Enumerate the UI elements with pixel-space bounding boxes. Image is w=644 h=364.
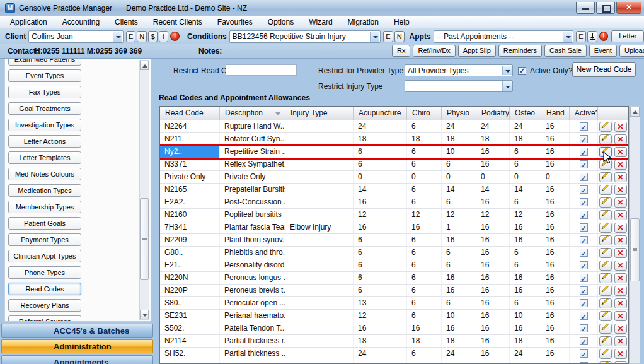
sidebar-item-letter-templates[interactable]: Letter Templates bbox=[8, 151, 81, 164]
menu-item-favourites[interactable]: Favourites bbox=[210, 16, 260, 28]
menu-item-migration[interactable]: Migration bbox=[340, 16, 386, 28]
active-checkbox[interactable] bbox=[580, 337, 588, 345]
delete-button[interactable]: ✕ bbox=[614, 134, 627, 144]
active-checkbox[interactable] bbox=[580, 160, 588, 168]
table-row-n220p[interactable]: N220PPeroneus brevis t...6616161616✕ bbox=[160, 285, 628, 297]
accordion-administration[interactable]: Administration bbox=[1, 339, 153, 353]
download-icon[interactable] bbox=[587, 31, 597, 42]
menu-item-clients[interactable]: Clients bbox=[107, 16, 146, 28]
appts-combobox[interactable]: -- Past Appointments -- bbox=[434, 30, 574, 43]
edit-button[interactable] bbox=[599, 324, 612, 334]
delete-button[interactable]: ✕ bbox=[614, 223, 627, 233]
menu-item-recent-clients[interactable]: Recent Clients bbox=[146, 16, 210, 28]
table-row-n2114[interactable]: N2114Partial thickness r...181818161816✕ bbox=[160, 335, 628, 348]
active-checkbox[interactable] bbox=[580, 185, 588, 194]
sidebar-item-medication-types[interactable]: Medication Types bbox=[8, 184, 81, 197]
warning-icon[interactable]: ! bbox=[599, 32, 609, 41]
sidebar-scrollbar[interactable] bbox=[139, 60, 149, 320]
client-button-n[interactable]: N bbox=[137, 31, 147, 42]
edit-button[interactable] bbox=[599, 286, 612, 296]
edit-button[interactable] bbox=[599, 172, 612, 182]
delete-button[interactable]: ✕ bbox=[614, 210, 627, 220]
restrict-read-code-input[interactable] bbox=[226, 64, 297, 76]
action-button-reminders[interactable]: Reminders bbox=[498, 45, 542, 57]
table-row-n2165[interactable]: N2165Prepatellar Bursitis14614141416✕ bbox=[160, 184, 628, 196]
close-button[interactable] bbox=[616, 2, 641, 14]
table-row-n2209[interactable]: N2209Plant thorn synov...6616161616✕ bbox=[160, 234, 628, 247]
menu-item-wizard[interactable]: Wizard bbox=[301, 16, 340, 28]
column-header-description[interactable]: Description bbox=[220, 107, 285, 120]
table-row-n2264[interactable]: N2264Rupture Hand W...24624242416✕ bbox=[160, 120, 628, 133]
edit-button[interactable] bbox=[599, 261, 612, 271]
active-only-checkbox[interactable] bbox=[518, 67, 526, 75]
sidebar-item-referral-sources[interactable]: Referral Sources bbox=[8, 315, 81, 322]
delete-button[interactable]: ✕ bbox=[614, 261, 627, 271]
new-read-code-button[interactable]: New Read Code bbox=[572, 62, 636, 77]
delete-button[interactable]: ✕ bbox=[614, 286, 627, 296]
action-button-ref-inv-dx[interactable]: Ref/Inv/Dx bbox=[413, 45, 455, 57]
active-checkbox[interactable] bbox=[580, 261, 588, 269]
active-checkbox[interactable] bbox=[580, 236, 588, 244]
action-button-appt-slip[interactable]: Appt Slip bbox=[458, 45, 496, 57]
edit-button[interactable] bbox=[599, 122, 612, 132]
menu-item-options[interactable]: Options bbox=[260, 16, 301, 28]
table-row-sh52[interactable]: SH52.Partial thickness ...24624162416✕ bbox=[160, 348, 628, 360]
table-scrollbar[interactable] bbox=[630, 106, 640, 364]
provider-type-combobox[interactable]: All Provider Types bbox=[405, 64, 513, 76]
table-row-g80[interactable]: G80..Phlebitis and thro...66616616✕ bbox=[160, 247, 628, 259]
edit-button[interactable] bbox=[599, 185, 612, 195]
edit-button[interactable] bbox=[599, 361, 612, 364]
sidebar-scrollbar-thumb[interactable] bbox=[140, 198, 149, 280]
active-checkbox[interactable] bbox=[580, 223, 588, 232]
edit-button[interactable] bbox=[599, 336, 612, 346]
conditions-button-n[interactable]: N bbox=[394, 31, 405, 42]
sidebar-item-goal-treatments[interactable]: Goal Treatments bbox=[8, 102, 81, 115]
client-button-[interactable]: $ bbox=[148, 31, 158, 42]
client-button-i[interactable]: i bbox=[159, 31, 168, 42]
column-header-active[interactable]: Active? bbox=[570, 107, 598, 120]
edit-button[interactable] bbox=[599, 248, 612, 258]
menu-item-application[interactable]: Application bbox=[3, 16, 55, 28]
sidebar-item-membership-types[interactable]: Membership Types bbox=[8, 201, 81, 213]
active-checkbox[interactable] bbox=[580, 274, 588, 282]
delete-button[interactable]: ✕ bbox=[614, 172, 627, 182]
edit-button[interactable] bbox=[599, 298, 612, 308]
column-header-injury-type[interactable]: Injury Type bbox=[285, 107, 354, 120]
edit-button[interactable] bbox=[599, 311, 612, 321]
scroll-up-icon[interactable] bbox=[140, 61, 149, 70]
column-header-physio[interactable]: Physio bbox=[442, 107, 476, 120]
table-row-7h341[interactable]: 7H341Plantar fascia TearElbow Injury1616… bbox=[160, 221, 628, 234]
column-header-chiro[interactable]: Chiro bbox=[407, 107, 442, 120]
table-row-n3371[interactable]: N3371Reflex Sympathet...66616616✕ bbox=[160, 158, 628, 171]
delete-button[interactable]: ✕ bbox=[614, 235, 627, 245]
sidebar-item-patient-goals[interactable]: Patient Goals bbox=[8, 217, 81, 230]
scroll-up-icon[interactable] bbox=[630, 107, 640, 117]
active-checkbox[interactable] bbox=[580, 122, 588, 131]
column-header-podiatry[interactable]: Podiatry bbox=[476, 107, 510, 120]
edit-button[interactable] bbox=[599, 197, 612, 208]
action-button-cash-sale[interactable]: Cash Sale bbox=[544, 45, 587, 57]
client-button-e[interactable]: E bbox=[126, 31, 135, 42]
accordion-appointments[interactable]: Appointments bbox=[1, 355, 153, 364]
delete-button[interactable]: ✕ bbox=[614, 185, 627, 195]
table-row-s502[interactable]: S502.Patella Tendon T...161616161616✕ bbox=[160, 322, 628, 335]
menu-item-help[interactable]: Help bbox=[386, 16, 417, 28]
table-row-se231[interactable]: SE231Perianal haemato...12610161016✕ bbox=[160, 310, 628, 322]
client-combobox[interactable]: Collins Joan bbox=[28, 30, 124, 43]
active-checkbox[interactable] bbox=[580, 299, 588, 307]
sidebar-item-fax-types[interactable]: Fax Types bbox=[8, 86, 81, 98]
delete-button[interactable]: ✕ bbox=[614, 147, 627, 157]
edit-button[interactable] bbox=[599, 210, 612, 220]
table-row-n220n[interactable]: N220NPeroneus longus ...6616161616✕ bbox=[160, 272, 628, 285]
edit-button[interactable] bbox=[599, 235, 612, 245]
warning-icon[interactable]: ! bbox=[170, 32, 180, 41]
delete-button[interactable]: ✕ bbox=[614, 160, 627, 170]
scroll-down-icon[interactable] bbox=[140, 310, 149, 319]
sidebar-item-letter-actions[interactable]: Letter Actions bbox=[8, 135, 81, 148]
table-scrollbar-thumb[interactable] bbox=[630, 218, 640, 281]
column-header-read-code[interactable]: Read Code bbox=[160, 107, 220, 120]
table-row-e2a2[interactable]: E2A2.Post-Concussion ...166616616✕ bbox=[160, 196, 628, 209]
chevron-down-icon[interactable] bbox=[502, 66, 512, 75]
chevron-down-icon[interactable] bbox=[113, 32, 122, 42]
table-row-m0212[interactable]: M0212Paralysis hip of t...66616616✕ bbox=[160, 360, 628, 364]
